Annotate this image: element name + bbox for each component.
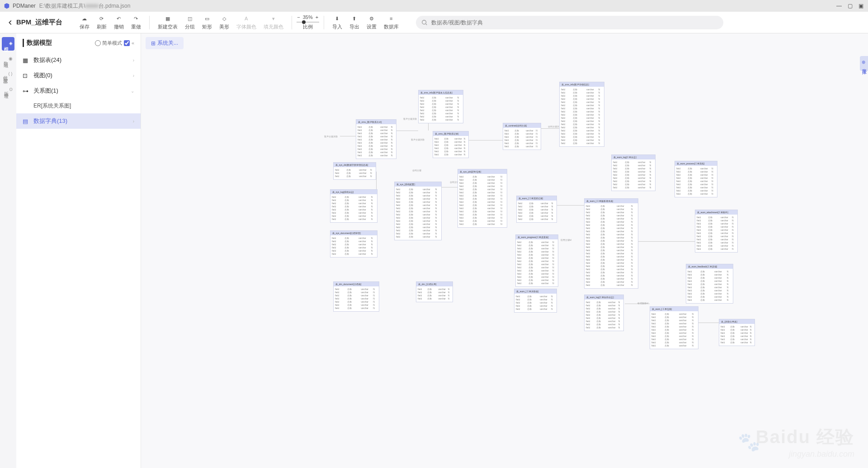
entity-table[interactable]: 表_sys_dic[数据字典管理信息表]field名称varcharNfield… [333, 162, 376, 180]
entity-body: field名称varcharNfield名称varcharNfield名称var… [695, 215, 737, 252]
minimize-icon[interactable]: — [835, 2, 843, 9]
entity-field-row: field名称varcharN [721, 325, 753, 328]
redo-button[interactable]: ↷重做 [127, 14, 145, 31]
entity-body: field名称varcharNfield名称varcharNfield名称var… [612, 159, 655, 191]
entity-table[interactable]: 表_wom_process[工单流程]field名称varcharNfield名… [675, 161, 717, 197]
import-button[interactable]: ⬇导入 [329, 14, 346, 31]
zoom-control[interactable]: −35%+ 比例 [297, 14, 319, 30]
entity-table[interactable]: 表_wom_[工单流转记录]field名称varcharNfield名称varc… [516, 196, 557, 223]
entity-table[interactable]: 表_wom_[工单任务]field名称varcharNfield名称varcha… [650, 306, 698, 349]
new-table-button[interactable]: ▦新建空表 [154, 14, 181, 31]
settings-button[interactable]: ⚙设置 [363, 14, 380, 31]
entity-table[interactable]: 表_wom_[工单服务请求表]field名称varcharNfield名称var… [584, 198, 638, 289]
entity-field-row: field名称varcharN [586, 304, 622, 307]
entity-field-row: field名称varcharN [697, 225, 736, 229]
entity-body: field名称varcharNfield名称varcharNfield名称var… [514, 294, 557, 312]
rail-codegen[interactable]: ⟨⟩代码生成器 [2, 68, 14, 81]
entity-field-row: field名称varcharN [505, 132, 539, 136]
zoom-out-icon[interactable]: − [297, 14, 300, 20]
database-button[interactable]: ≡数据库 [380, 14, 402, 31]
entity-body: field名称varcharNfield名称varcharNfield名称var… [419, 95, 463, 123]
rect-button[interactable]: ▭矩形 [198, 14, 216, 31]
entity-field-row: field名称varcharN [358, 148, 395, 151]
search-input[interactable] [416, 16, 723, 29]
entity-field-row: field名称varcharN [613, 167, 654, 170]
entity-field-row: field名称varcharN [396, 201, 440, 204]
entity-field-row: field名称varcharN [561, 88, 603, 91]
entity-body: field名称varcharNfield名称varcharNfield名称var… [560, 87, 604, 146]
export-button[interactable]: ⬆导出 [346, 14, 363, 31]
simple-mode-radio[interactable] [95, 40, 101, 46]
tree-item-views[interactable]: ⊡视图(0)› [16, 68, 141, 83]
entity-field-row: field名称varcharN [418, 297, 451, 300]
er-connector [396, 131, 418, 131]
entity-field-row: field名称varcharN [586, 271, 637, 274]
shape-button[interactable]: ◇美形 [216, 14, 233, 31]
entity-table[interactable]: 表_contract[合同主表]field名称varcharNfield名称va… [503, 123, 541, 150]
entity-field-row: field名称varcharN [516, 304, 555, 308]
entity-field-row: field名称varcharN [586, 255, 637, 258]
tree-item-er-diagram[interactable]: ER[系统关系图] [16, 98, 141, 113]
entity-field-row: field名称varcharN [561, 110, 603, 113]
entity-field-row: field名称varcharN [459, 207, 505, 210]
table-icon: ▦ [164, 14, 172, 23]
entity-table[interactable]: 表_cms_[客户联系方式]field名称varcharNfield名称varc… [356, 119, 396, 159]
entity-table[interactable]: 表_cms_info[客户基本人信息表]field名称varcharNfield… [418, 90, 463, 123]
entity-table[interactable]: 表_cms_[客户联系记录]field名称varcharNfield名称varc… [433, 131, 469, 158]
entity-field-row: field名称varcharN [459, 210, 505, 213]
entity-field-row: field名称varcharN [396, 213, 440, 216]
er-canvas[interactable]: 客户主键关联 客户主键关联 客户主键关联 合同主键关联 合同主键 合同主键 应用… [141, 33, 868, 468]
entity-table[interactable]: 表_sys_[系统配置]field名称varcharNfield名称varcha… [394, 182, 442, 240]
rail-domain[interactable]: ◉数据域 [2, 52, 14, 66]
simple-mode-toggle[interactable]: 简单模式 « [95, 40, 134, 47]
entity-field-row: field名称varcharN [697, 216, 736, 219]
refresh-button[interactable]: ⟳刷新 [93, 14, 110, 31]
entity-table[interactable]: 表_wom_progress[工单进度表]field名称varcharNfiel… [515, 234, 558, 287]
entity-field-row: field名称varcharN [396, 229, 440, 232]
entity-table[interactable]: 表_dm_document[文档表]field名称varcharNfield名称… [333, 281, 379, 312]
zoom-slider-thumb[interactable] [302, 20, 306, 24]
close-icon[interactable]: ▣ [857, 2, 864, 9]
entity-field-row: field名称varcharN [613, 161, 654, 164]
zoom-slider-track[interactable] [297, 22, 319, 23]
entity-table[interactable]: 表_cms_info[客户详细信息]field名称varcharNfield名称… [559, 82, 604, 147]
zoom-in-icon[interactable]: + [316, 14, 318, 20]
tab-system-relation[interactable]: ⊞ 系统关... [146, 37, 184, 49]
entity-field-row: field名称varcharN [651, 319, 697, 322]
fill-color-button[interactable]: ▾填充颜色 [260, 14, 287, 31]
rail-version[interactable]: ⊙版本管理 [2, 83, 14, 97]
tree-item-relations[interactable]: ⊶关系图(1)⌄ [16, 83, 141, 98]
entity-table[interactable]: 表_dm_[文档分类]field名称varcharNfield名称varchar… [416, 281, 453, 302]
entity-table[interactable]: 表_wom_[工单关联表]field名称varcharNfield名称varch… [514, 289, 557, 313]
entity-table[interactable]: 表_sys_document[文档管理]field名称varcharNfield… [330, 230, 377, 257]
group-icon: ◫ [186, 14, 194, 23]
entity-table[interactable]: 表_wom_feedback[工单反馈]field名称varcharNfield… [686, 264, 733, 304]
er-connector [469, 140, 503, 140]
rail-model[interactable]: ◈模型 [2, 37, 14, 51]
chevron-left-icon [7, 19, 14, 26]
entity-table[interactable]: 表_[关联分类表]field名称varcharNfield名称varcharNf… [719, 319, 755, 346]
entity-field-row: field名称varcharN [459, 204, 505, 207]
collapse-sidebar-icon[interactable]: « [132, 40, 134, 46]
tree-item-tables[interactable]: ▦数据表(24)› [16, 52, 141, 68]
entity-field-row: field名称varcharN [561, 94, 603, 98]
entity-table[interactable]: 表_wom_log[工单操作日志]field名称varcharNfield名称v… [584, 295, 624, 331]
entity-field-row: field名称varcharN [651, 328, 697, 332]
maximize-icon[interactable]: ▢ [846, 2, 854, 9]
undo-button[interactable]: ↶撤销 [110, 14, 127, 31]
back-button[interactable]: BPM_运维平台 [7, 18, 62, 27]
entity-field-row: field名称varcharN [358, 135, 395, 138]
entity-table[interactable]: 表_sys_log[系统日志]field名称varcharNfield名称var… [330, 189, 377, 223]
canvas-area[interactable]: ⊞ 系统关... ⊕字段库 客户主键关联 客户主键关联 客户主键关联 合同主键 [141, 33, 868, 468]
entity-table[interactable]: 表_sys_job[定时任务]field名称varcharNfield名称var… [458, 169, 507, 228]
tree-item-dict[interactable]: ▤数据字典(13)› [16, 113, 141, 129]
font-color-button[interactable]: A字体颜色 [233, 14, 260, 31]
entity-table[interactable]: 表_wom_attachment[工单附件]field名称varcharNfie… [695, 210, 738, 253]
group-button[interactable]: ◫分组 [181, 14, 198, 31]
entity-field-row: field名称varcharN [561, 101, 603, 104]
entity-field-row: field名称varcharN [651, 325, 697, 328]
save-button[interactable]: ☁保存 [76, 14, 93, 31]
entity-body: field名称varcharNfield名称varcharNfield名称var… [334, 286, 379, 311]
entity-table[interactable]: 表_wom_log[工单日志]field名称varcharNfield名称var… [611, 154, 656, 191]
simple-mode-checkbox[interactable] [124, 40, 130, 46]
